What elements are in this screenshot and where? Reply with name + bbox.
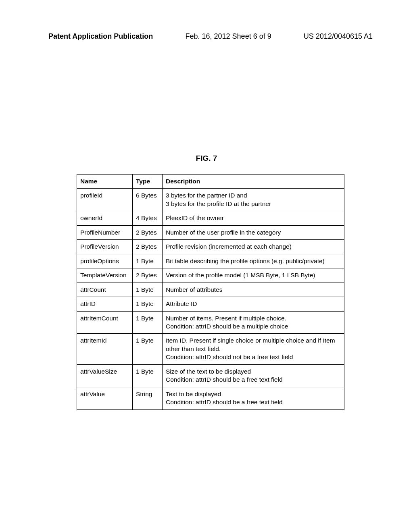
header-center: Feb. 16, 2012 Sheet 6 of 9 [186, 32, 271, 41]
cell-desc: Number of attributes [163, 283, 344, 297]
col-header-desc: Description [163, 175, 344, 189]
cell-desc: Item ID. Present if single choice or mul… [163, 334, 344, 364]
cell-desc: Bit table describing the profile options… [163, 254, 344, 268]
table-row: TemplateVersion2 BytesVersion of the pro… [77, 268, 344, 283]
cell-type: 2 Bytes [133, 240, 163, 254]
cell-name: attrValue [77, 387, 133, 409]
cell-desc: Number of items. Present if multiple cho… [163, 311, 344, 334]
cell-name: ProfileNumber [77, 225, 133, 239]
cell-type: 2 Bytes [133, 225, 163, 239]
table-body: profileId6 Bytes3 bytes for the partner … [77, 189, 344, 409]
figure-label: FIG. 7 [0, 154, 413, 163]
cell-type: 4 Bytes [133, 211, 163, 225]
page-header: Patent Application Publication Feb. 16, … [0, 32, 413, 41]
cell-type: 1 Byte [133, 334, 163, 364]
cell-desc: Version of the profile model (1 MSB Byte… [163, 268, 344, 283]
spec-table-wrap: Name Type Description profileId6 Bytes3 … [77, 174, 344, 410]
cell-desc: Profile revision (incremented at each ch… [163, 240, 344, 254]
cell-name: TemplateVersion [77, 268, 133, 283]
cell-desc: PleexID of the owner [163, 211, 344, 225]
header-right: US 2012/0040615 A1 [304, 32, 373, 41]
header-left: Patent Application Publication [48, 32, 153, 41]
table-row: attrID1 ByteAttribute ID [77, 297, 344, 311]
table-row: attrItemCount1 ByteNumber of items. Pres… [77, 311, 344, 334]
cell-type: 1 Byte [133, 364, 163, 387]
table-row: ownerId4 BytesPleexID of the owner [77, 211, 344, 225]
cell-desc: Size of the text to be displayed Conditi… [163, 364, 344, 387]
cell-name: profileId [77, 189, 133, 211]
cell-type: String [133, 387, 163, 409]
cell-name: ProfileVersion [77, 240, 133, 254]
cell-type: 1 Byte [133, 297, 163, 311]
cell-name: attrCount [77, 283, 133, 297]
table-row: attrValueStringText to be displayed Cond… [77, 387, 344, 409]
cell-name: attrID [77, 297, 133, 311]
cell-name: attrItemCount [77, 311, 133, 334]
cell-type: 1 Byte [133, 283, 163, 297]
col-header-type: Type [133, 175, 163, 189]
cell-desc: Attribute ID [163, 297, 344, 311]
table-row: ProfileNumber2 BytesNumber of the user p… [77, 225, 344, 239]
cell-type: 1 Byte [133, 254, 163, 268]
cell-type: 1 Byte [133, 311, 163, 334]
cell-name: profileOptions [77, 254, 133, 268]
table-row: attrCount1 ByteNumber of attributes [77, 283, 344, 297]
table-row: attrValueSize1 ByteSize of the text to b… [77, 364, 344, 387]
table-row: profileId6 Bytes3 bytes for the partner … [77, 189, 344, 211]
cell-name: attrValueSize [77, 364, 133, 387]
table-row: ProfileVersion2 BytesProfile revision (i… [77, 240, 344, 254]
spec-table: Name Type Description profileId6 Bytes3 … [77, 174, 344, 410]
cell-name: attrItemId [77, 334, 133, 364]
cell-desc: Text to be displayed Condition: attrID s… [163, 387, 344, 409]
table-row: profileOptions1 ByteBit table describing… [77, 254, 344, 268]
table-row: attrItemId1 ByteItem ID. Present if sing… [77, 334, 344, 364]
cell-type: 6 Bytes [133, 189, 163, 211]
cell-desc: 3 bytes for the partner ID and 3 bytes f… [163, 189, 344, 211]
cell-type: 2 Bytes [133, 268, 163, 283]
col-header-name: Name [77, 175, 133, 189]
cell-desc: Number of the user profile in the catego… [163, 225, 344, 239]
cell-name: ownerId [77, 211, 133, 225]
table-header-row: Name Type Description [77, 175, 344, 189]
